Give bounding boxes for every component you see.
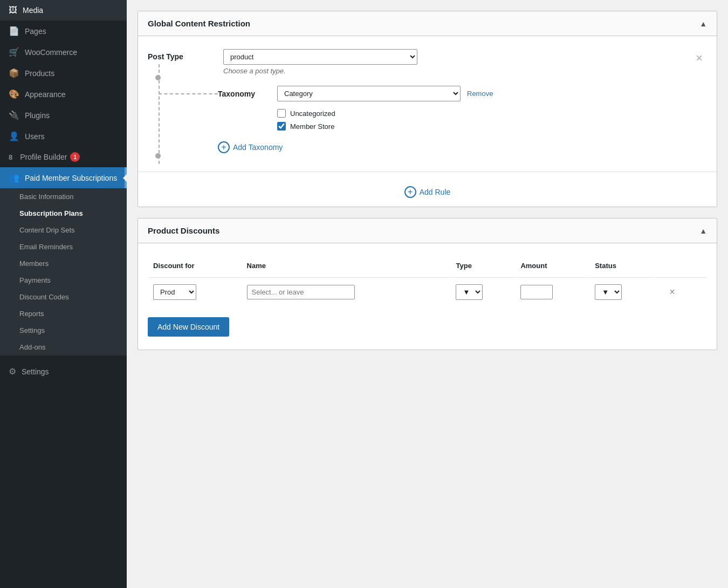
post-type-label: Post Type (148, 49, 223, 61)
sidebar-sub-discount-codes[interactable]: Discount Codes (0, 289, 127, 305)
taxonomy-checkbox-list: Uncategorized Member Store (277, 109, 707, 131)
discount-table: Discount for Name Type Amount Status Pro… (148, 256, 707, 306)
remove-discount-row-x[interactable]: × (665, 284, 679, 299)
sidebar-sub-email-reminders[interactable]: Email Reminders (0, 238, 127, 255)
cell-status: ▼ Active Inactive (590, 279, 654, 305)
cell-amount (516, 279, 589, 305)
col-discount-for: Discount for (149, 257, 242, 278)
sidebar-item-paid-member[interactable]: 👥 Paid Member Subscriptions (0, 167, 127, 188)
panel-header-gcr: Global Content Restriction ▲ (138, 11, 717, 36)
discount-tbody: Prod Category ▼ % $ (149, 279, 706, 305)
taxonomy-row: Taxonomy Category Tag Remove (218, 86, 707, 101)
sidebar-item-appearance[interactable]: 🎨 Appearance (0, 84, 127, 105)
sidebar-sub-basic-information[interactable]: Basic Information (0, 188, 127, 205)
panel-toggle-pd[interactable]: ▲ (699, 227, 707, 235)
col-actions (655, 257, 706, 278)
discount-type-select[interactable]: ▼ % $ (456, 284, 483, 300)
add-discount-wrapper: Add New Discount (148, 317, 707, 337)
checkbox-uncategorized-label: Uncategorized (290, 110, 335, 118)
connector-dot-top (155, 75, 161, 80)
checkbox-uncategorized-input[interactable] (277, 109, 286, 118)
checkbox-uncategorized: Uncategorized (277, 109, 707, 118)
discount-name-input[interactable] (247, 285, 355, 299)
discount-header-row: Discount for Name Type Amount Status (149, 257, 706, 278)
post-type-row: Post Type product page post Choose a pos… (148, 49, 707, 75)
checkbox-member-store-input[interactable] (277, 122, 286, 131)
sidebar-sub-payments[interactable]: Payments (0, 272, 127, 289)
media-icon: 🖼 (9, 5, 17, 15)
add-taxonomy-link[interactable]: + Add Taxonomy (218, 141, 707, 153)
discount-amount-input[interactable] (520, 285, 553, 299)
cell-discount-for: Prod Category (149, 279, 242, 305)
panel-title-pd: Product Discounts (148, 226, 219, 235)
sidebar-item-media[interactable]: 🖼 Media (0, 0, 127, 20)
sidebar-item-users[interactable]: 👤 Users (0, 126, 127, 147)
taxonomy-label: Taxonomy (218, 90, 277, 98)
woo-icon: 🛒 (9, 47, 19, 57)
settings-bottom-icon: ⚙ (9, 366, 16, 377)
col-type: Type (451, 257, 515, 278)
post-type-help: Choose a post type. (223, 67, 691, 75)
table-row: Prod Category ▼ % $ (149, 279, 706, 305)
panel-body-pd: Discount for Name Type Amount Status Pro… (138, 243, 717, 350)
discount-thead: Discount for Name Type Amount Status (149, 257, 706, 278)
sidebar-sub-addons[interactable]: Add-ons (0, 339, 127, 355)
panel-body-gcr: Post Type product page post Choose a pos… (138, 36, 717, 166)
panel-toggle-gcr[interactable]: ▲ (699, 19, 707, 28)
sidebar-item-woocommerce[interactable]: 🛒 WooCommerce (0, 42, 127, 63)
panel-header-pd: Product Discounts ▲ (138, 218, 717, 243)
discount-for-select[interactable]: Prod Category (153, 284, 196, 300)
products-icon: 📦 (9, 68, 19, 78)
sidebar-item-pages[interactable]: 📄 Pages (0, 20, 127, 42)
add-rule-plus-icon: + (404, 186, 416, 198)
col-amount: Amount (516, 257, 589, 278)
sidebar-sub-settings[interactable]: Settings (0, 322, 127, 339)
add-rule-link[interactable]: + Add Rule (404, 186, 451, 198)
taxonomy-select[interactable]: Category Tag (277, 86, 461, 101)
add-rule-row: + Add Rule (138, 172, 717, 207)
profile-builder-icon: 8 (9, 153, 12, 161)
paid-member-icon: 👥 (9, 173, 19, 183)
sidebar-sub-subscription-plans[interactable]: Subscription Plans (0, 205, 127, 222)
post-type-select[interactable]: product page post (223, 49, 417, 65)
plugins-icon: 🔌 (9, 110, 19, 120)
pages-icon: 📄 (9, 26, 19, 36)
product-discounts-panel: Product Discounts ▲ Discount for Name Ty… (138, 218, 717, 350)
sidebar-submenu: Basic Information Subscription Plans Con… (0, 188, 127, 355)
cell-name (243, 279, 451, 305)
main-content: Global Content Restriction ▲ Post Type p… (127, 0, 728, 588)
taxonomy-content: Taxonomy Category Tag Remove Uncategoriz… (218, 86, 707, 153)
add-taxonomy-plus-icon: + (218, 141, 230, 153)
cell-remove: × (655, 279, 706, 305)
appearance-icon: 🎨 (9, 89, 19, 99)
sidebar: 🖼 Media 📄 Pages 🛒 WooCommerce 📦 Products… (0, 0, 127, 588)
sidebar-sub-reports[interactable]: Reports (0, 305, 127, 322)
taxonomy-wrapper: Taxonomy Category Tag Remove Uncategoriz… (218, 86, 707, 153)
remove-taxonomy-link[interactable]: Remove (467, 90, 493, 98)
add-new-discount-button[interactable]: Add New Discount (148, 317, 229, 337)
remove-gcr-x[interactable]: × (691, 49, 707, 67)
post-type-control: product page post Choose a post type. (223, 49, 691, 75)
checkbox-member-store: Member Store (277, 122, 707, 131)
sidebar-item-products[interactable]: 📦 Products (0, 63, 127, 84)
add-taxonomy-wrapper: + Add Taxonomy (218, 141, 707, 153)
connector-dot-bottom (155, 153, 161, 159)
sidebar-sub-members[interactable]: Members (0, 255, 127, 272)
col-status: Status (590, 257, 654, 278)
panel-title-gcr: Global Content Restriction (148, 19, 250, 28)
add-taxonomy-label: Add Taxonomy (233, 143, 283, 152)
sidebar-item-plugins[interactable]: 🔌 Plugins (0, 105, 127, 126)
users-icon: 👤 (9, 131, 19, 141)
cell-type: ▼ % $ (451, 279, 515, 305)
checkbox-member-store-label: Member Store (290, 122, 334, 131)
discount-status-select[interactable]: ▼ Active Inactive (595, 284, 622, 300)
global-content-restriction-panel: Global Content Restriction ▲ Post Type p… (138, 11, 717, 207)
sidebar-item-bottom-settings[interactable]: ⚙ Settings (0, 361, 127, 382)
sidebar-item-profile-builder[interactable]: 8 Profile Builder 1 (0, 147, 127, 167)
profile-builder-badge: 1 (70, 152, 80, 162)
connector-h-line (159, 93, 218, 94)
add-rule-label: Add Rule (420, 188, 451, 196)
col-name: Name (243, 257, 451, 278)
sidebar-sub-content-drip[interactable]: Content Drip Sets (0, 222, 127, 238)
